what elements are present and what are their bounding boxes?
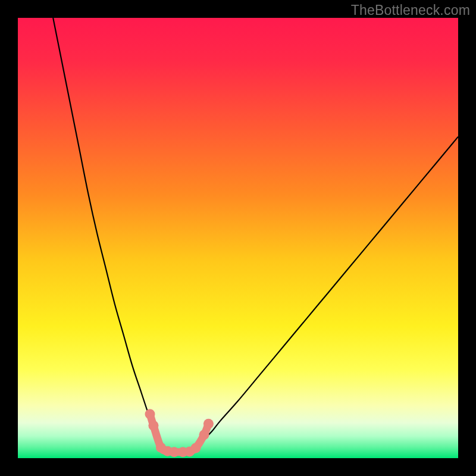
chart-frame — [18, 18, 458, 458]
trough-marker — [190, 443, 201, 453]
trough-marker — [169, 447, 179, 457]
gradient-background — [18, 18, 458, 458]
watermark-text: TheBottleneck.com — [351, 2, 470, 18]
trough-marker — [199, 430, 209, 440]
trough-marker — [145, 409, 155, 419]
trough-marker — [203, 419, 214, 429]
bottleneck-chart — [18, 18, 458, 458]
trough-marker — [148, 421, 158, 431]
